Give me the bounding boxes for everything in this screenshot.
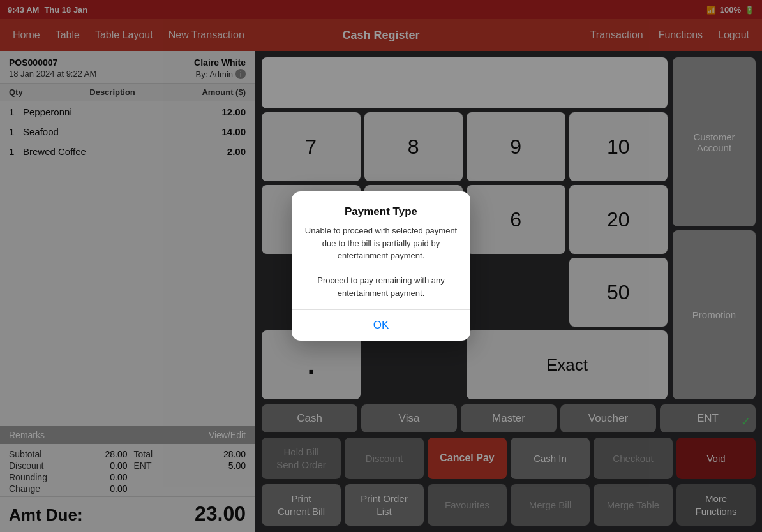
modal-ok-button[interactable]: OK — [304, 310, 458, 341]
modal-message: Unable to proceed with selected payment … — [304, 225, 458, 299]
modal-title: Payment Type — [304, 205, 458, 218]
modal-dialog: Payment Type Unable to proceed with sele… — [292, 191, 470, 341]
modal-overlay: Payment Type Unable to proceed with sele… — [0, 0, 762, 532]
